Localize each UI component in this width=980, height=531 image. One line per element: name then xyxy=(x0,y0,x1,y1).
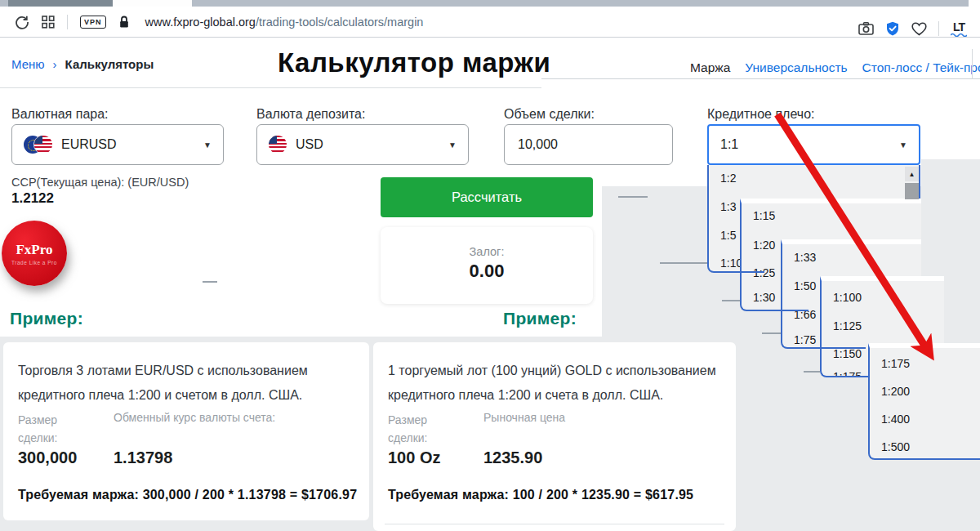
browser-tab-strip-end xyxy=(969,0,980,7)
leverage-option[interactable]: 1:125 xyxy=(833,319,862,332)
favorites-heart-icon[interactable] xyxy=(911,22,927,36)
current-price-label: ССР(Текущая цена): (EUR/USD) xyxy=(11,176,189,189)
leverage-option[interactable]: 1:20 xyxy=(753,239,775,252)
screenshot-camera-icon[interactable] xyxy=(858,22,874,35)
leverage-option[interactable]: 1:50 xyxy=(794,279,816,292)
leverage-select[interactable]: 1:1 ▼ xyxy=(707,124,920,165)
market-price-label: Рыночная цена xyxy=(483,411,565,424)
toolbar-divider xyxy=(938,21,939,36)
leverage-option[interactable]: 1:2 xyxy=(720,172,736,185)
leverage-option[interactable]: 1:150 xyxy=(833,347,862,360)
leverage-option[interactable]: 1:25 xyxy=(753,266,775,279)
required-margin-formula: Требуемая маржа: 300,000 / 200 * 1.13798… xyxy=(18,488,357,502)
connector-dash xyxy=(618,196,648,198)
fxpro-logo-text: FxPro xyxy=(16,242,52,258)
deposit-currency-label: Валюта депозита: xyxy=(256,107,365,122)
currency-pair-label: Валютная пара: xyxy=(11,107,109,122)
example-description: 1 торгуемый лот (100 унций) GOLD с испол… xyxy=(388,359,727,408)
fxpro-logo: FxPro Trade Like a Pro xyxy=(2,221,67,286)
trade-size-value: 300,000 xyxy=(18,448,77,467)
trade-size-value: 100 Oz xyxy=(388,448,440,467)
market-price-value: 1235.90 xyxy=(483,448,542,467)
required-margin-formula: Требуемая маржа: 100 / 200 * 1235.90 = $… xyxy=(388,488,693,502)
reload-icon[interactable] xyxy=(15,15,29,29)
connector-dash xyxy=(762,332,781,334)
leverage-option[interactable]: 1:75 xyxy=(794,333,816,346)
browser-toolbar: VPN www.fxpro-global.org/trading-tools/c… xyxy=(0,7,980,38)
apps-grid-icon[interactable] xyxy=(42,16,55,29)
trade-size-label: Размер сделки: xyxy=(18,411,90,447)
example-description: Торговля 3 лотами EUR/USD с использовани… xyxy=(18,359,357,408)
margin-result-value: 0.00 xyxy=(381,261,593,282)
trade-volume-value: 10,000 xyxy=(518,137,558,152)
panel-border-segment xyxy=(781,310,808,311)
calculator-tabs: Маржа Универсальность Стоп-лосс / Тейк-п… xyxy=(690,60,980,75)
leverage-value: 1:1 xyxy=(720,137,738,152)
fxpro-logo-tagline: Trade Like a Pro xyxy=(11,260,57,266)
currency-pair-value: EURUSD xyxy=(61,137,117,152)
current-price-value: 1.2122 xyxy=(11,190,54,207)
panel-border-segment xyxy=(820,347,866,349)
margin-result-card: Залог: 0.00 xyxy=(381,227,593,304)
shield-check-icon[interactable] xyxy=(885,21,900,36)
leverage-option[interactable]: 1:15 xyxy=(753,209,775,222)
leverage-option[interactable]: 1:100 xyxy=(833,291,862,304)
vpn-badge[interactable]: VPN xyxy=(80,16,106,29)
panel-border-segment xyxy=(740,271,764,273)
chevron-down-icon: ▼ xyxy=(899,141,907,149)
connector-dash xyxy=(660,262,707,264)
breadcrumb: Меню › Калькуляторы xyxy=(11,57,154,71)
margin-calculator-page: VPN www.fxpro-global.org/trading-tools/c… xyxy=(0,0,980,531)
scrollbar-up-icon[interactable]: ▲ xyxy=(905,167,919,181)
url-path: /trading-tools/calculators/margin xyxy=(256,16,424,29)
leverage-option[interactable]: 1:500 xyxy=(881,440,910,453)
currency-pair-select[interactable]: EURUSD ▼ xyxy=(11,124,224,165)
page-title: Калькулятор маржи xyxy=(278,47,550,78)
divider-line xyxy=(541,78,980,79)
scrollbar-thumb[interactable] xyxy=(905,183,919,199)
example-card-eurusd: Торговля 3 лотами EUR/USD с использовани… xyxy=(3,342,369,520)
connector-dash xyxy=(804,371,820,373)
leverage-option[interactable]: 1:33 xyxy=(794,251,816,264)
us-flag-icon xyxy=(34,136,52,154)
exchange-rate-label: Обменный курс валюты счета: xyxy=(114,411,275,424)
example-heading-left: Пример: xyxy=(10,309,83,328)
leverage-option[interactable]: 1:175 xyxy=(881,357,910,370)
margin-result-label: Залог: xyxy=(381,245,593,258)
calculate-button[interactable]: Рассчитать xyxy=(381,177,593,217)
chevron-down-icon: ▼ xyxy=(448,141,457,149)
leverage-option[interactable]: 1:3 xyxy=(720,200,736,213)
breadcrumb-current: Калькуляторы xyxy=(65,57,154,71)
deposit-currency-select[interactable]: USD ▼ xyxy=(256,124,469,165)
lock-icon[interactable] xyxy=(118,16,130,29)
leverage-option[interactable]: 1:30 xyxy=(753,291,775,304)
browser-tab-active[interactable] xyxy=(113,0,192,7)
tab-stoploss-takeprofit[interactable]: Стоп-лосс / Тейк-профит xyxy=(862,60,980,75)
browser-tab-strip xyxy=(0,0,980,7)
example-card-gold: 1 торгуемый лот (100 унций) GOLD с испол… xyxy=(373,342,736,531)
tab-universal[interactable]: Универсальность xyxy=(745,60,847,75)
exchange-rate-value: 1.13798 xyxy=(114,448,172,467)
languagetool-extension-icon[interactable]: LT xyxy=(951,21,967,37)
tab-margin[interactable]: Маржа xyxy=(690,60,730,75)
leverage-option[interactable]: 1:5 xyxy=(720,229,736,242)
divider-line xyxy=(385,524,724,524)
leverage-label: Кредитное плечо: xyxy=(707,107,815,122)
trade-size-label: Размер сделки: xyxy=(388,411,460,447)
leverage-option[interactable]: 1:400 xyxy=(881,413,910,426)
connector-dash xyxy=(722,300,740,301)
url-host: www.fxpro-global.org xyxy=(145,16,256,29)
chevron-right-icon: › xyxy=(53,57,57,71)
connector-dash xyxy=(203,281,217,283)
trade-volume-input[interactable]: 10,000 xyxy=(504,124,673,165)
breadcrumb-menu-link[interactable]: Меню xyxy=(11,57,45,71)
example-heading-right: Пример: xyxy=(503,309,577,328)
leverage-option[interactable]: 1:175 xyxy=(833,370,862,377)
trade-volume-label: Объем сделки: xyxy=(504,107,595,122)
divider-line xyxy=(0,87,541,88)
browser-tab-inactive[interactable] xyxy=(8,0,113,7)
leverage-option[interactable]: 1:200 xyxy=(881,385,910,398)
chevron-down-icon: ▼ xyxy=(203,141,212,149)
deposit-currency-value: USD xyxy=(296,137,323,152)
address-bar[interactable]: www.fxpro-global.org/trading-tools/calcu… xyxy=(145,16,424,29)
